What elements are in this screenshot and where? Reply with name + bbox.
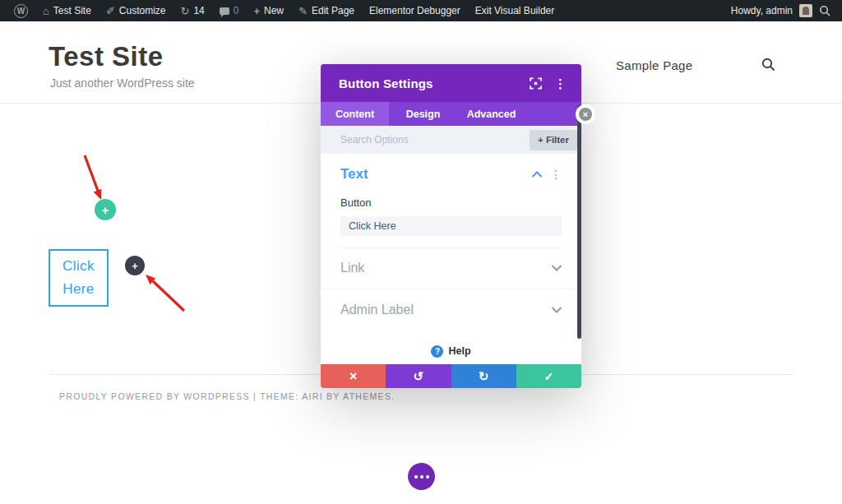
modal-tabs: Content Design Advanced xyxy=(321,102,581,126)
button-field-label: Button xyxy=(340,197,562,209)
admin-bar-left: W ⌂ Test Site ✐ Customize ↻ 14 0 + New xyxy=(0,0,562,21)
updates-count: 14 xyxy=(193,5,204,16)
admin-bar-right: Howdy, admin xyxy=(731,0,842,21)
modal-menu-icon[interactable]: ⋮ xyxy=(554,77,567,90)
comments-icon xyxy=(220,7,229,15)
close-modal-button[interactable]: × xyxy=(576,104,595,124)
wp-logo-menu[interactable]: W xyxy=(0,0,35,21)
admin-label-section-title: Admin Label xyxy=(340,303,414,317)
plus-icon: + xyxy=(132,260,138,272)
admin-bar-site-name[interactable]: ⌂ Test Site xyxy=(35,0,99,21)
collapse-chevron-up-icon[interactable] xyxy=(532,171,542,178)
footer-credits: PROUDLY POWERED BY WORDPRESS | THEME: AI… xyxy=(59,391,395,401)
admin-bar-comments[interactable]: 0 xyxy=(212,0,247,21)
click-here-button[interactable]: Click Here xyxy=(49,249,109,307)
modal-action-bar: × ↺ ↻ ✓ xyxy=(321,364,581,388)
button-text-input[interactable]: Click Here xyxy=(340,216,562,236)
home-icon: ⌂ xyxy=(43,6,49,16)
text-section-title[interactable]: Text xyxy=(340,166,368,183)
admin-bar-elementor-debugger[interactable]: Elementor Debugger xyxy=(362,0,468,21)
ellipsis-dot xyxy=(426,475,429,479)
site-tagline: Just another WordPress site xyxy=(50,76,195,90)
elementor-debugger-label: Elementor Debugger xyxy=(369,5,460,16)
customize-label: Customize xyxy=(119,5,166,16)
admin-bar-customize[interactable]: ✐ Customize xyxy=(99,0,173,21)
link-section[interactable]: Link xyxy=(321,247,581,289)
wordpress-logo-icon: W xyxy=(14,4,28,18)
text-section-header: Text ⋮ xyxy=(340,166,562,183)
help-link[interactable]: ? Help xyxy=(321,341,581,361)
page-settings-toggle[interactable] xyxy=(408,463,435,490)
admin-search-icon[interactable] xyxy=(819,5,830,16)
modal-header[interactable]: Button Settings ⋮ xyxy=(321,64,581,102)
chevron-down-icon xyxy=(552,307,562,313)
redo-icon: ↻ xyxy=(479,369,489,384)
updates-icon: ↻ xyxy=(180,6,189,16)
modal-title: Button Settings xyxy=(339,76,433,90)
page: W ⌂ Test Site ✐ Customize ↻ 14 0 + New xyxy=(0,0,842,504)
tab-advanced[interactable]: Advanced xyxy=(457,102,525,126)
admin-avatar[interactable] xyxy=(799,4,812,17)
add-row-button[interactable]: + xyxy=(95,199,116,220)
save-button[interactable]: ✓ xyxy=(516,364,581,388)
plus-icon: + xyxy=(102,203,109,217)
text-section-menu-icon[interactable]: ⋮ xyxy=(550,168,562,181)
exit-visual-builder-label: Exit Visual Builder xyxy=(475,5,555,16)
edit-page-label: Edit Page xyxy=(312,5,354,16)
admin-bar-edit-page[interactable]: ✎ Edit Page xyxy=(291,0,362,21)
plus-icon: + xyxy=(253,6,260,16)
brush-icon: ✐ xyxy=(106,6,115,16)
discard-x-icon: × xyxy=(349,369,357,384)
tab-content[interactable]: Content xyxy=(321,102,389,126)
site-title[interactable]: Test Site xyxy=(49,41,164,72)
search-options-bar: + Filter xyxy=(321,126,581,154)
help-label: Help xyxy=(448,345,470,357)
header-search-icon[interactable] xyxy=(761,58,775,75)
add-module-button[interactable]: + xyxy=(125,256,145,275)
comments-count: 0 xyxy=(234,5,239,16)
ellipsis-dot xyxy=(420,475,423,479)
undo-button[interactable]: ↺ xyxy=(386,364,451,388)
admin-label-section[interactable]: Admin Label xyxy=(321,289,581,331)
click-here-label: Click Here xyxy=(50,255,107,300)
link-section-title: Link xyxy=(340,261,364,275)
redo-button[interactable]: ↻ xyxy=(451,364,516,388)
wp-admin-bar: W ⌂ Test Site ✐ Customize ↻ 14 0 + New xyxy=(0,0,842,21)
admin-bar-new[interactable]: + New xyxy=(246,0,291,21)
admin-bar-updates[interactable]: ↻ 14 xyxy=(173,0,211,21)
expand-modal-icon[interactable] xyxy=(530,77,542,90)
new-label: New xyxy=(264,5,284,16)
chevron-down-icon xyxy=(552,265,562,271)
search-options-input[interactable] xyxy=(339,133,530,146)
nav-sample-page[interactable]: Sample Page xyxy=(616,58,692,72)
text-section: Text ⋮ Button Click Here xyxy=(321,154,581,247)
modal-scrollbar[interactable] xyxy=(577,105,581,339)
discard-button[interactable]: × xyxy=(321,364,386,388)
text-section-icons: ⋮ xyxy=(532,168,562,181)
arrow-to-green-plus xyxy=(85,155,101,200)
filter-button[interactable]: + Filter xyxy=(530,130,577,150)
check-icon: ✓ xyxy=(544,370,554,383)
tab-design[interactable]: Design xyxy=(389,102,457,126)
pencil-icon: ✎ xyxy=(298,6,308,16)
help-icon: ? xyxy=(431,345,443,358)
undo-icon: ↺ xyxy=(414,369,424,384)
howdy-admin-label[interactable]: Howdy, admin xyxy=(731,5,793,16)
admin-bar-exit-visual-builder[interactable]: Exit Visual Builder xyxy=(468,0,562,21)
close-icon: × xyxy=(583,110,588,119)
ellipsis-dot xyxy=(414,475,418,479)
modal-header-icons: ⋮ xyxy=(530,77,567,90)
admin-bar-site-label: Test Site xyxy=(53,5,91,16)
arrow-to-dark-plus xyxy=(146,275,184,311)
button-settings-modal: Button Settings ⋮ Content Design Advance… xyxy=(321,64,581,388)
